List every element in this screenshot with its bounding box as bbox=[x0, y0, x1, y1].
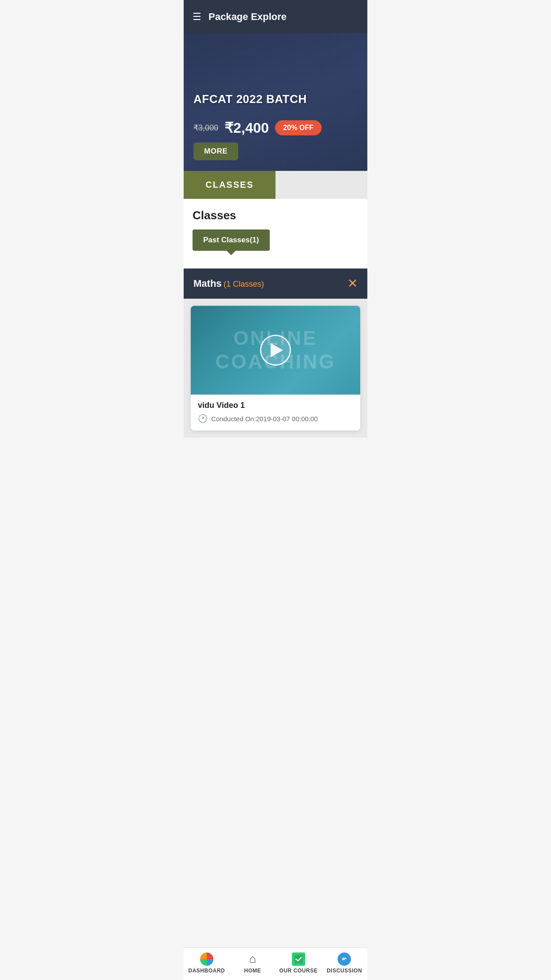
maths-title: Maths bbox=[193, 278, 222, 289]
pricing-row: ₹3,000 ₹2,400 20% OFF MORE bbox=[193, 119, 358, 160]
video-card: ONLINECOACHING vidu Video 1 🕐 Conducted … bbox=[191, 306, 360, 431]
maths-header: Maths (1 Classes) ✕ bbox=[184, 269, 367, 299]
hero-content: AFCAT 2022 BATCH ₹3,000 ₹2,400 20% OFF M… bbox=[193, 92, 358, 160]
current-price: ₹2,400 bbox=[224, 119, 269, 136]
play-button[interactable] bbox=[260, 335, 291, 366]
clock-icon: 🕐 bbox=[198, 414, 208, 423]
classes-button-container: CLASSES bbox=[184, 171, 367, 199]
hero-banner: AFCAT 2022 BATCH ₹3,000 ₹2,400 20% OFF M… bbox=[184, 33, 367, 171]
original-price: ₹3,000 bbox=[193, 123, 218, 133]
conducted-on: Conducted On:2019-03-07 00:00:00 bbox=[211, 415, 318, 423]
past-classes-button[interactable]: Past Classes(1) bbox=[193, 229, 270, 251]
maths-title-row: Maths (1 Classes) bbox=[193, 278, 264, 289]
classes-button[interactable]: CLASSES bbox=[184, 171, 276, 199]
play-triangle-icon bbox=[271, 343, 283, 357]
video-card-container: ONLINECOACHING vidu Video 1 🕐 Conducted … bbox=[184, 299, 367, 438]
video-info: vidu Video 1 🕐 Conducted On:2019-03-07 0… bbox=[191, 395, 360, 431]
classes-heading: Classes bbox=[193, 209, 358, 222]
video-meta: 🕐 Conducted On:2019-03-07 00:00:00 bbox=[198, 414, 353, 423]
page-title: Package Explore bbox=[209, 11, 287, 23]
close-icon[interactable]: ✕ bbox=[347, 277, 358, 290]
video-thumbnail: ONLINECOACHING bbox=[191, 306, 360, 395]
maths-count: (1 Classes) bbox=[224, 280, 264, 288]
menu-icon[interactable]: ☰ bbox=[193, 12, 201, 22]
classes-section: Classes Past Classes(1) bbox=[184, 199, 367, 269]
batch-title: AFCAT 2022 BATCH bbox=[193, 92, 358, 106]
more-button[interactable]: MORE bbox=[193, 142, 238, 160]
discount-badge: 20% OFF bbox=[275, 120, 321, 135]
app-header: ☰ Package Explore bbox=[184, 0, 367, 33]
video-title: vidu Video 1 bbox=[198, 401, 353, 410]
